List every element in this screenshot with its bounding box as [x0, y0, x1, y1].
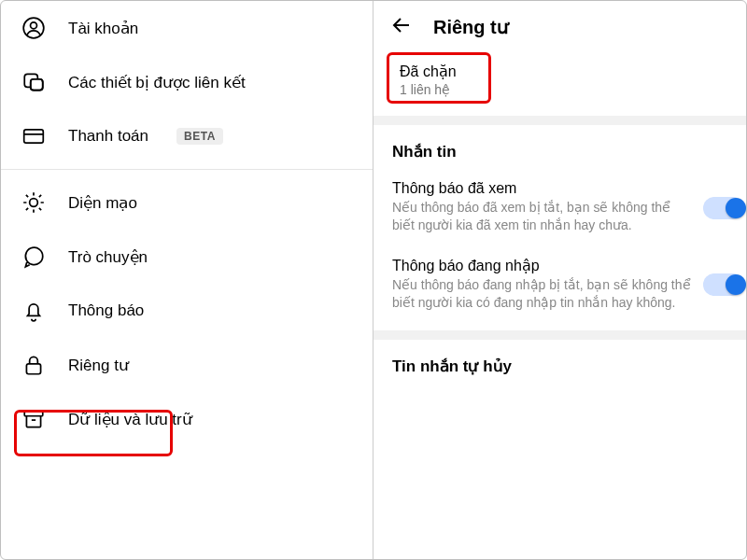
toggle-read-receipts[interactable] — [703, 197, 744, 219]
settings-list-panel: Tài khoản Các thiết bị được liên kết Tha… — [1, 1, 374, 559]
blocked-title: Đã chặn — [400, 63, 457, 80]
svg-line-14 — [26, 208, 28, 210]
settings-item-appearance[interactable]: Diện mạo — [1, 175, 373, 230]
section-header-disappearing: Tin nhắn tự hủy — [374, 340, 746, 384]
setting-text: Thông báo đã xem Nếu thông báo đã xem bị… — [392, 180, 694, 234]
detail-header: Riêng tư — [374, 1, 746, 49]
setting-title: Thông báo đã xem — [392, 180, 694, 197]
settings-item-label: Dữ liệu và lưu trữ — [68, 410, 192, 429]
svg-rect-3 — [31, 79, 43, 91]
setting-text: Thông báo đang nhập Nếu thông báo đang n… — [392, 257, 694, 312]
section-header-messaging: Nhắn tin — [374, 125, 746, 169]
svg-rect-16 — [26, 364, 40, 374]
settings-item-label: Trò chuyện — [68, 247, 148, 267]
settings-item-label: Các thiết bị được liên kết — [68, 73, 246, 92]
settings-item-notifications[interactable]: Thông báo — [1, 284, 373, 338]
settings-item-account[interactable]: Tài khoản — [1, 1, 373, 55]
account-icon — [21, 16, 46, 40]
blocked-subtitle: 1 liên hệ — [400, 82, 457, 97]
setting-title: Thông báo đang nhập — [392, 257, 694, 274]
svg-line-12 — [26, 195, 28, 197]
svg-rect-5 — [24, 130, 44, 143]
card-icon — [21, 124, 46, 148]
divider — [1, 169, 373, 170]
svg-line-15 — [39, 195, 41, 197]
lock-icon — [21, 353, 46, 377]
settings-item-payments[interactable]: Thanh toán BETA — [1, 109, 373, 163]
svg-rect-17 — [24, 411, 43, 415]
settings-item-label: Diện mạo — [68, 193, 137, 213]
settings-item-label: Riêng tư — [68, 356, 129, 375]
chat-icon — [21, 245, 46, 269]
toggle-typing-indicators[interactable] — [703, 273, 744, 296]
setting-typing-indicators[interactable]: Thông báo đang nhập Nếu thông báo đang n… — [374, 245, 746, 323]
blocked-row[interactable]: Đã chặn 1 liên hệ — [390, 57, 466, 103]
privacy-detail-panel: Riêng tư Đã chặn 1 liên hệ Nhắn tin Thôn… — [374, 1, 746, 559]
setting-desc: Nếu thông báo đang nhập bị tắt, bạn sẽ k… — [392, 276, 694, 312]
settings-item-linked-devices[interactable]: Các thiết bị được liên kết — [1, 55, 373, 109]
sun-icon — [21, 190, 46, 215]
settings-item-data-storage[interactable]: Dữ liệu và lưu trữ — [1, 392, 373, 446]
split-container: Tài khoản Các thiết bị được liên kết Tha… — [0, 0, 747, 560]
settings-item-chats[interactable]: Trò chuyện — [1, 230, 373, 284]
beta-badge: BETA — [176, 128, 223, 145]
setting-read-receipts[interactable]: Thông báo đã xem Nếu thông báo đã xem bị… — [374, 169, 746, 245]
settings-item-privacy[interactable]: Riêng tư — [1, 338, 373, 392]
page-title: Riêng tư — [433, 16, 509, 38]
devices-icon — [21, 70, 46, 94]
back-icon[interactable] — [390, 14, 413, 40]
settings-item-label: Thanh toán — [68, 127, 148, 146]
svg-line-13 — [39, 208, 41, 210]
settings-item-label: Tài khoản — [68, 19, 138, 38]
bell-icon — [21, 299, 46, 323]
svg-point-7 — [30, 199, 38, 207]
archive-icon — [21, 407, 46, 431]
setting-desc: Nếu thông báo đã xem bị tắt, bạn sẽ khôn… — [392, 199, 694, 234]
divider — [374, 330, 746, 340]
svg-point-1 — [31, 22, 37, 29]
settings-item-label: Thông báo — [68, 301, 144, 320]
divider — [374, 116, 746, 125]
